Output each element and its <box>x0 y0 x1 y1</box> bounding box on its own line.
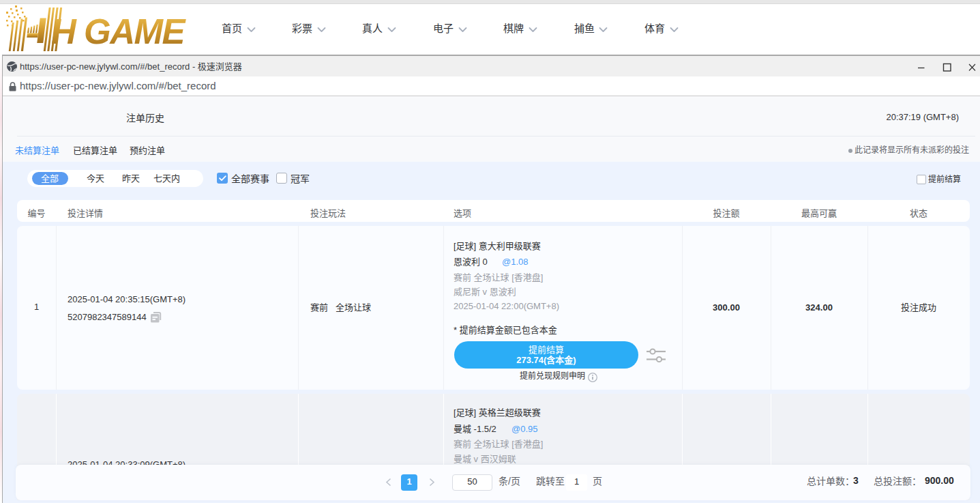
svg-text:H GAME: H GAME <box>51 12 186 51</box>
